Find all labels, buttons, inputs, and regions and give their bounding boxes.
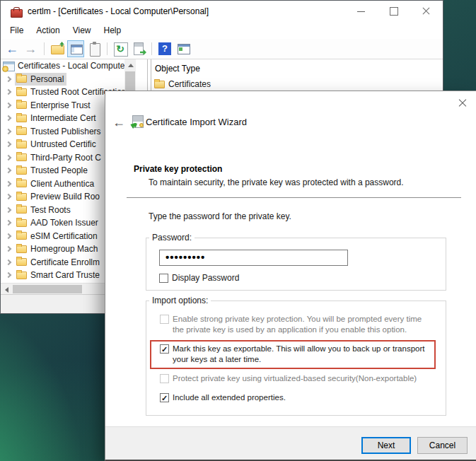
cancel-button[interactable]: Cancel xyxy=(417,437,468,454)
toolbar-icon[interactable] xyxy=(49,40,66,57)
chevron-right-icon[interactable] xyxy=(6,246,11,252)
toolbar-icon[interactable] xyxy=(112,40,129,57)
minimize-icon[interactable] xyxy=(344,1,377,21)
tree-root-item[interactable]: Certificates - Local Computer xyxy=(1,59,136,73)
option-label: Include all extended properties. xyxy=(173,392,286,403)
toolbar-icon[interactable] xyxy=(44,42,45,55)
chevron-right-icon[interactable] xyxy=(6,233,11,239)
menu-item[interactable]: View xyxy=(66,23,98,37)
chevron-right-icon[interactable] xyxy=(6,259,11,265)
option-checkbox[interactable]: ✓ xyxy=(160,393,169,402)
title-bar: certlm - [Certificates - Local Computer\… xyxy=(1,1,443,21)
menu-item[interactable]: Help xyxy=(98,23,128,37)
divider xyxy=(127,197,461,198)
folder-icon xyxy=(16,101,27,109)
list-item[interactable]: Certificates xyxy=(154,79,442,89)
tree-item-label: Test Roots xyxy=(30,205,71,215)
folder-icon xyxy=(16,127,27,135)
toolbar-icon[interactable] xyxy=(86,40,103,57)
chevron-right-icon[interactable] xyxy=(6,220,11,226)
instruction-text: Type the password for the private key. xyxy=(149,211,291,221)
tree-item-label: Certificate Enrollm xyxy=(30,257,100,267)
chevron-right-icon[interactable] xyxy=(6,272,11,278)
chevron-right-icon[interactable] xyxy=(6,155,11,161)
folder-icon xyxy=(16,180,27,187)
chevron-right-icon[interactable] xyxy=(6,207,11,213)
close-icon[interactable] xyxy=(410,1,442,21)
folder-icon xyxy=(16,258,27,266)
scroll-left-icon[interactable] xyxy=(5,287,8,293)
list-item-label: Certificates xyxy=(168,79,211,89)
toolbar-icon[interactable] xyxy=(67,40,84,57)
chevron-right-icon[interactable] xyxy=(6,103,11,108)
menu-bar: FileActionViewHelp xyxy=(1,21,443,39)
tree-item-label: AAD Token Issuer xyxy=(30,218,98,228)
back-arrow-icon[interactable]: ← xyxy=(112,115,125,130)
folder-icon xyxy=(16,206,27,214)
wizard-header: ← Certificate Import Wizard xyxy=(105,114,476,135)
chevron-right-icon[interactable] xyxy=(6,129,11,134)
tree-item-label: Trusted People xyxy=(30,165,88,175)
chevron-right-icon[interactable] xyxy=(6,115,11,121)
folder-icon xyxy=(16,88,27,96)
chevron-right-icon[interactable] xyxy=(6,141,11,147)
password-group-label: Password: xyxy=(149,233,195,243)
close-icon[interactable] xyxy=(457,98,468,109)
folder-icon xyxy=(16,75,27,83)
tree-item-label: Client Authentica xyxy=(30,179,94,189)
import-option: ✓ Mark this key as exportable. This will… xyxy=(150,340,436,369)
toolbar xyxy=(1,39,443,59)
certificate-import-icon xyxy=(130,115,144,129)
toolbar-icon[interactable] xyxy=(151,42,152,55)
tree-item-label: Intermediate Cert xyxy=(30,113,96,123)
tree-item-label: Preview Build Roo xyxy=(30,192,100,202)
import-option: Enable strong private key protection. Yo… xyxy=(150,310,436,339)
menu-item[interactable]: File xyxy=(4,23,30,37)
option-checkbox[interactable] xyxy=(160,374,169,383)
tree-item-label: Smart Card Truste xyxy=(30,270,100,280)
maximize-icon[interactable] xyxy=(377,1,410,21)
import-option: Protect private key using virtualized-ba… xyxy=(150,370,436,388)
next-button[interactable]: Next xyxy=(361,437,411,454)
chevron-right-icon[interactable] xyxy=(6,194,11,199)
scrollbar-thumb[interactable] xyxy=(13,285,82,293)
menu-item[interactable]: Action xyxy=(30,23,66,37)
tree-root-label: Certificates - Local Computer xyxy=(18,61,127,71)
toolbar-icon[interactable] xyxy=(175,40,192,57)
tree-item[interactable]: Personal xyxy=(1,73,136,86)
folder-icon xyxy=(16,232,27,240)
column-header-object-type[interactable]: Object Type xyxy=(151,59,442,74)
toolbar-icon[interactable] xyxy=(107,42,108,55)
screen: certlm - [Certificates - Local Computer\… xyxy=(0,0,476,461)
folder-icon xyxy=(16,167,27,175)
wizard-footer: Next Cancel xyxy=(105,426,476,460)
toolbar-icon[interactable] xyxy=(4,40,21,57)
folder-icon xyxy=(154,81,165,88)
toolbar-icon[interactable] xyxy=(130,40,147,57)
tree-item-label: eSIM Certification xyxy=(30,231,98,241)
certificate-import-wizard-dialog: ← Certificate Import Wizard Private key … xyxy=(105,91,476,461)
page-subheading: To maintain security, the private key wa… xyxy=(149,177,404,187)
scroll-up-icon[interactable] xyxy=(128,64,134,67)
toolbar-icon[interactable] xyxy=(23,40,40,57)
import-option: ✓ Include all extended properties. xyxy=(150,389,436,407)
wizard-title: Certificate Import Wizard xyxy=(146,117,247,127)
window-title: certlm - [Certificates - Local Computer\… xyxy=(28,6,209,16)
option-label: Protect private key using virtualized-ba… xyxy=(173,373,417,384)
chevron-right-icon[interactable] xyxy=(6,181,11,187)
display-password-label: Display Password xyxy=(172,273,239,283)
option-checkbox[interactable]: ✓ xyxy=(160,344,169,354)
option-checkbox[interactable] xyxy=(160,315,169,324)
password-input[interactable]: ••••••••• xyxy=(159,250,348,266)
chevron-right-icon[interactable] xyxy=(6,76,11,82)
folder-icon xyxy=(16,193,27,201)
tree-item-label: Untrusted Certific xyxy=(30,139,96,149)
toolbar-icon[interactable] xyxy=(156,40,173,57)
window-controls xyxy=(344,1,442,21)
folder-icon xyxy=(16,245,27,253)
tree-item-label: Third-Party Root C xyxy=(30,153,101,163)
chevron-right-icon[interactable] xyxy=(6,168,11,173)
folder-icon xyxy=(16,115,27,122)
chevron-right-icon[interactable] xyxy=(6,89,11,95)
display-password-checkbox[interactable] xyxy=(159,274,168,283)
